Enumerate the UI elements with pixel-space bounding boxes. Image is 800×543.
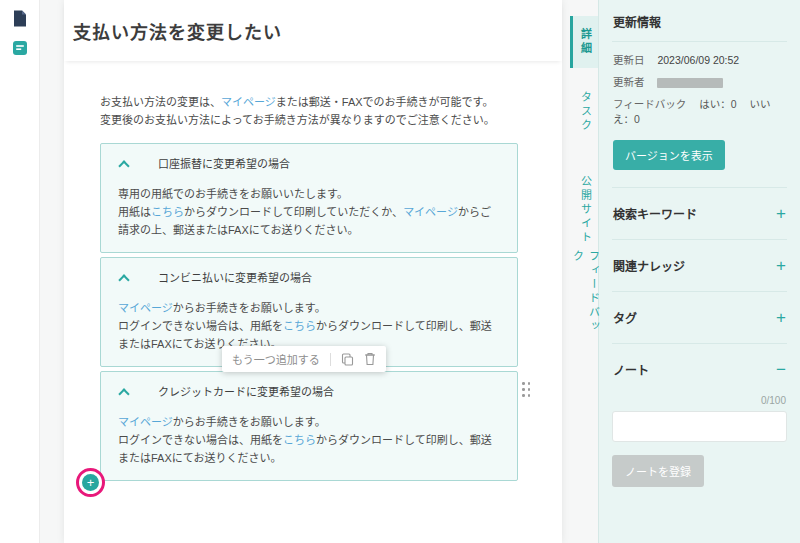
document-icon[interactable] <box>11 9 29 27</box>
intro-text: お支払い方法の変更は、 <box>100 96 221 108</box>
body-text: からお手続きをお願いします。 <box>173 416 326 428</box>
expand-plus-icon[interactable]: + <box>776 309 786 326</box>
accordion-title: コンビニ払いに変更希望の場合 <box>158 269 312 287</box>
tab-feedback[interactable]: フィードバック <box>570 250 598 338</box>
updated-date-value: 2023/06/09 20:52 <box>657 54 739 66</box>
article-body: お支払い方法の変更は、マイページまたは郵送・FAXでのお手続きが可能です。 変更… <box>64 61 562 543</box>
tab-public-site[interactable]: 公開サイト <box>570 172 598 248</box>
drag-handle[interactable] <box>522 382 531 398</box>
body-text: からダウンロードして印刷していただくか、 <box>184 206 403 218</box>
chevron-up-icon <box>118 274 129 285</box>
update-info: 更新日 2023/06/09 20:52 更新者 フィードバック はい：0 いい… <box>612 42 787 187</box>
update-info-title: 更新情報 <box>612 0 787 42</box>
accordion-body: マイページからお手続きをお願いします。 ログインできない場合は、用紙をこちらから… <box>118 299 500 353</box>
mypage-link[interactable]: マイページ <box>118 302 173 314</box>
section-related-knowledge[interactable]: 関連ナレッジ + <box>612 240 787 292</box>
accordion-body: 専用の用紙でのお手続きをお願いいたします。 用紙はこちらからダウンロードして印刷… <box>118 185 500 239</box>
intro-text: 変更後のお支払い方法によってお手続き方法が異なりますのでご注意ください。 <box>100 114 495 126</box>
accordion-bank-transfer: 口座振替に変更希望の場合 専用の用紙でのお手続きをお願いいたします。 用紙はこち… <box>100 143 518 253</box>
accordion-title: クレジットカードに変更希望の場合 <box>158 383 334 401</box>
accordion-title: 口座振替に変更希望の場合 <box>158 155 290 173</box>
expand-plus-icon[interactable]: + <box>776 205 786 222</box>
add-block-button[interactable]: + <box>82 474 99 491</box>
article-editor: 支払い方法を変更したい お支払い方法の変更は、マイページまたは郵送・FAXでのお… <box>64 0 562 543</box>
note-input[interactable] <box>612 411 787 442</box>
delete-icon[interactable] <box>364 352 376 366</box>
chevron-up-icon <box>118 160 129 171</box>
left-rail <box>0 0 40 543</box>
block-toolbar: もう一つ追加する <box>222 346 386 372</box>
body-text: 専用の用紙でのお手続きをお願いいたします。 <box>118 188 348 200</box>
kochira-link[interactable]: こちら <box>283 320 316 332</box>
note-submit-button[interactable]: ノートを登録 <box>612 455 704 487</box>
chevron-up-icon <box>118 388 129 399</box>
copy-icon[interactable] <box>341 353 354 366</box>
article-header: 支払い方法を変更したい <box>64 0 562 61</box>
section-search-keywords[interactable]: 検索キーワード + <box>612 188 787 240</box>
updater-value-redacted <box>657 78 723 88</box>
toolbar-divider <box>330 353 331 366</box>
note-char-counter: 0/100 <box>613 395 786 406</box>
page-title: 支払い方法を変更したい <box>73 18 282 44</box>
panel-sections: 検索キーワード + 関連ナレッジ + タグ + ノート − 0/100 ノートを… <box>612 187 787 487</box>
detail-panel: 更新情報 更新日 2023/06/09 20:52 更新者 フィードバック はい… <box>598 0 800 543</box>
feedback-yes-count: はい：0 <box>699 98 736 110</box>
section-notes[interactable]: ノート − <box>612 344 787 395</box>
body-text: 用紙は <box>118 206 151 218</box>
body-text: ログインできない場合は、用紙を <box>118 320 283 332</box>
accordion-body: マイページからお手続きをお願いします。 ログインできない場合は、用紙をこちらから… <box>118 413 500 467</box>
updated-date-label: 更新日 <box>613 54 645 66</box>
updater-label: 更新者 <box>613 76 645 88</box>
accordion-credit-card: クレジットカードに変更希望の場合 マイページからお手続きをお願いします。 ログイ… <box>100 371 518 481</box>
accordion-header[interactable]: クレジットカードに変更希望の場合 <box>118 383 500 401</box>
mypage-link[interactable]: マイページ <box>118 416 173 428</box>
collapse-minus-icon[interactable]: − <box>776 361 786 378</box>
highlight-ring: + <box>76 468 105 497</box>
intro-paragraph: お支払い方法の変更は、マイページまたは郵送・FAXでのお手続きが可能です。 変更… <box>100 93 518 129</box>
section-tags[interactable]: タグ + <box>612 292 787 344</box>
tab-task[interactable]: タスク <box>570 86 598 138</box>
intro-text: または郵送・FAXでのお手続きが可能です。 <box>276 96 494 108</box>
kochira-link[interactable]: こちら <box>283 434 316 446</box>
feedback-label: フィードバック <box>613 98 686 110</box>
body-text: ログインできない場合は、用紙を <box>118 434 283 446</box>
expand-plus-icon[interactable]: + <box>776 257 786 274</box>
tab-detail[interactable]: 詳細 <box>570 16 598 68</box>
kochira-link[interactable]: こちら <box>151 206 184 218</box>
accordion-header[interactable]: コンビニ払いに変更希望の場合 <box>118 269 500 287</box>
body-text: からお手続きをお願いします。 <box>173 302 326 314</box>
show-version-button[interactable]: バージョンを表示 <box>613 140 725 170</box>
accordion-header[interactable]: 口座振替に変更希望の場合 <box>118 155 500 173</box>
mypage-link[interactable]: マイページ <box>403 206 458 218</box>
knowledge-icon[interactable] <box>11 39 29 57</box>
add-another-button[interactable]: もう一つ追加する <box>232 351 320 367</box>
mypage-link[interactable]: マイページ <box>221 96 276 108</box>
